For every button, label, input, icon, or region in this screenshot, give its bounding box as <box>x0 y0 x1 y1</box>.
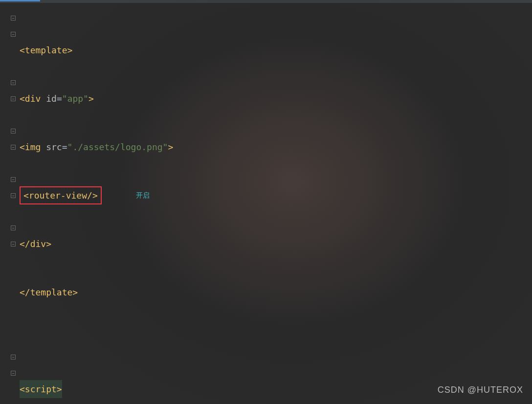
fold-icon[interactable]: − <box>11 16 16 21</box>
code-editor[interactable]: − − − − − − − − − − − − <template> <div … <box>0 3 532 404</box>
fold-icon[interactable]: − <box>11 96 16 101</box>
fold-icon[interactable]: − <box>11 129 16 134</box>
fold-icon[interactable]: − <box>11 177 16 182</box>
code-line[interactable]: <router-view/>开启 <box>20 187 532 203</box>
fold-icon[interactable]: − <box>11 371 16 376</box>
code-line[interactable]: <img src="./assets/logo.png"> <box>20 139 532 155</box>
gutter: − − − − − − − − − − − − <box>0 3 20 404</box>
code-line[interactable]: </div> <box>20 236 532 252</box>
fold-icon[interactable]: − <box>11 242 16 247</box>
watermark: CSDN @HUTEROX <box>438 382 523 398</box>
fold-icon[interactable]: − <box>11 145 16 150</box>
fold-icon[interactable]: − <box>11 225 16 230</box>
code-line[interactable]: <div id="app"> <box>20 90 532 107</box>
fold-icon[interactable]: − <box>11 193 16 198</box>
fold-icon[interactable]: − <box>11 80 16 85</box>
fold-icon[interactable]: − <box>11 32 16 37</box>
annotation-label: 开启 <box>136 187 150 203</box>
code-line[interactable]: <template> <box>20 42 532 58</box>
code-area[interactable]: <template> <div id="app"> <img src="./as… <box>20 3 532 404</box>
code-line[interactable] <box>20 333 532 349</box>
fold-icon[interactable]: − <box>11 355 16 359</box>
code-line[interactable]: </template> <box>20 284 532 300</box>
highlight-box: <router-view/> <box>20 186 102 204</box>
